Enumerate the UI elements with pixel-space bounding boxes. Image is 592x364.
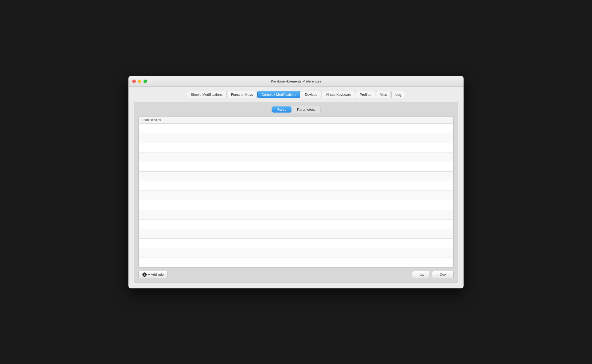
tab-profiles[interactable]: Profiles (356, 91, 375, 98)
nav-buttons: ↑ Up ↓ Down (412, 271, 454, 278)
table-row (139, 181, 453, 191)
sub-tab-rules[interactable]: Rules (272, 106, 291, 113)
rules-header: Enabled rules (139, 117, 453, 124)
table-row (139, 143, 453, 152)
table-row (139, 200, 453, 210)
table-row (139, 191, 453, 200)
table-row (139, 210, 453, 220)
up-label: ↑ Up (417, 272, 424, 276)
table-row (139, 152, 453, 162)
down-label: ↓ Down (437, 272, 449, 276)
sub-tab-group: Rules Parameters (272, 106, 320, 113)
content-area: Simple Modifications Function Keys Compl… (129, 87, 463, 288)
tab-simple-modifications[interactable]: Simple Modifications (187, 91, 227, 98)
table-row (139, 248, 453, 258)
sub-tab-parameters[interactable]: Parameters (292, 106, 320, 113)
close-button[interactable] (132, 80, 136, 83)
tab-devices[interactable]: Devices (301, 91, 321, 98)
inner-panel: Rules Parameters Enabled rules (134, 102, 458, 283)
tab-log[interactable]: Log (391, 91, 405, 98)
maximize-button[interactable] (143, 80, 147, 83)
table-row (139, 162, 453, 172)
tab-misc[interactable]: Misc (376, 91, 391, 98)
table-row (139, 239, 453, 248)
add-rule-button[interactable]: + + Add rule (138, 271, 168, 278)
bottom-bar: + + Add rule ↑ Up ↓ Down (138, 271, 454, 278)
tab-virtual-keyboard[interactable]: Virtual Keyboard (322, 91, 355, 98)
table-row (139, 124, 453, 133)
table-row (139, 229, 453, 239)
down-button[interactable]: ↓ Down (432, 271, 454, 278)
table-row (139, 220, 453, 229)
window-title: Karabiner-Elements Preferences (271, 79, 321, 83)
tab-function-keys[interactable]: Function Keys (227, 91, 257, 98)
table-row (139, 133, 453, 143)
add-rule-label: + Add rule (148, 272, 164, 276)
up-button[interactable]: ↑ Up (412, 271, 429, 278)
rules-container: Enabled rules (138, 116, 454, 268)
tab-bar: Simple Modifications Function Keys Compl… (134, 91, 458, 98)
table-row (139, 258, 453, 267)
rules-header-action (427, 117, 453, 123)
rules-header-main: Enabled rules (139, 117, 427, 123)
traffic-lights (132, 80, 147, 83)
main-window: Karabiner-Elements Preferences Simple Mo… (128, 76, 464, 288)
sub-tab-bar: Rules Parameters (138, 106, 454, 113)
plus-icon: + (142, 272, 147, 277)
tab-complex-modifications[interactable]: Complex Modifications (257, 91, 300, 98)
titlebar: Karabiner-Elements Preferences (129, 76, 463, 87)
minimize-button[interactable] (138, 80, 141, 83)
table-row (139, 172, 453, 181)
